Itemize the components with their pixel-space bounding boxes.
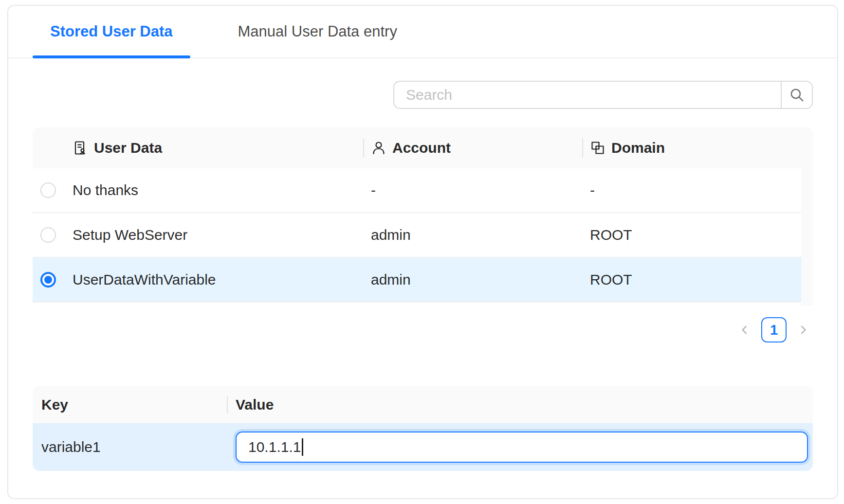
value-input[interactable]: 10.1.1.1 <box>236 432 808 463</box>
key-cell: variable1 <box>33 439 227 455</box>
column-header-account: Account <box>363 127 582 168</box>
kv-row-variable1: variable1 10.1.1.1 <box>33 423 813 471</box>
chevron-left-icon <box>738 323 752 337</box>
column-header-user-data: User Data <box>64 127 363 168</box>
tab-bar: Stored User Data Manual User Data entry <box>8 6 837 58</box>
table-row-no-thanks[interactable]: No thanks - - <box>33 168 801 213</box>
column-header-value: Value <box>227 386 813 423</box>
value-input-text: 10.1.1.1 <box>248 439 301 455</box>
search-row <box>33 81 813 109</box>
radio-unchecked[interactable] <box>40 227 56 243</box>
column-header-account-label: Account <box>392 140 451 156</box>
chevron-right-icon <box>796 323 810 337</box>
kv-header-row: Key Value <box>33 386 813 423</box>
user-data-table: User Data Account <box>33 127 813 303</box>
table-header-row: User Data Account <box>33 127 813 168</box>
column-header-domain-label: Domain <box>611 140 665 156</box>
account-cell: admin <box>363 227 582 243</box>
row-selection-cell <box>33 272 64 288</box>
domain-cell: ROOT <box>582 227 801 243</box>
user-data-cell: Setup WebServer <box>64 227 363 243</box>
pagination: 1 <box>33 317 813 342</box>
tab-manual-user-data-entry[interactable]: Manual User Data entry <box>220 6 415 57</box>
column-header-user-data-label: User Data <box>94 140 162 156</box>
tab-content: User Data Account <box>8 81 837 471</box>
selection-column-header <box>33 127 64 168</box>
table-row-setup-webserver[interactable]: Setup WebServer admin ROOT <box>33 213 801 258</box>
text-caret <box>302 438 303 456</box>
column-header-key: Key <box>33 396 227 413</box>
search-button[interactable] <box>781 82 812 108</box>
account-cell: admin <box>363 271 582 288</box>
search-input[interactable] <box>394 82 781 108</box>
pagination-next-button[interactable] <box>793 317 813 342</box>
domain-cell: - <box>582 182 801 198</box>
domain-cell: ROOT <box>582 271 801 288</box>
pagination-page-1[interactable]: 1 <box>761 317 787 342</box>
tab-manual-user-data-entry-label: Manual User Data entry <box>238 23 397 40</box>
radio-checked[interactable] <box>40 272 56 288</box>
stored-user-data-panel: Stored User Data Manual User Data entry <box>7 5 838 499</box>
key-value-table: Key Value variable1 10.1.1.1 <box>33 386 813 471</box>
row-selection-cell <box>33 227 64 243</box>
value-cell: 10.1.1.1 <box>227 432 813 463</box>
search-icon <box>789 87 805 103</box>
user-icon <box>371 140 386 156</box>
block-icon <box>590 140 605 156</box>
solution-icon <box>73 140 88 156</box>
pagination-prev-button[interactable] <box>735 317 754 342</box>
table-row-userdatawithvariable[interactable]: UserDataWithVariable admin ROOT <box>33 258 801 303</box>
account-cell: - <box>363 182 582 198</box>
pagination-current-page: 1 <box>770 322 778 338</box>
radio-unchecked[interactable] <box>40 182 56 198</box>
table-scrollbar-track[interactable] <box>801 168 813 306</box>
table-body: No thanks - - Setup WebServer admin ROOT <box>33 168 813 303</box>
column-header-domain: Domain <box>582 127 801 168</box>
row-selection-cell <box>33 182 64 198</box>
user-data-cell: No thanks <box>64 182 363 198</box>
tab-stored-user-data[interactable]: Stored User Data <box>33 6 190 57</box>
tab-stored-user-data-label: Stored User Data <box>50 23 173 40</box>
search-group <box>393 81 813 109</box>
user-data-cell: UserDataWithVariable <box>64 271 363 288</box>
